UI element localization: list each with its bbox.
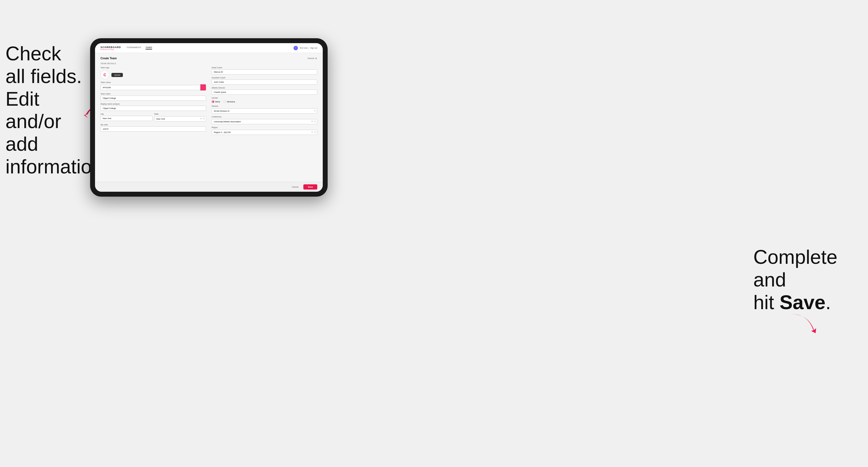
conference-clear-icon[interactable]: ✕ bbox=[311, 120, 313, 123]
conference-label: Conference bbox=[212, 116, 317, 118]
conference-select-wrapper: University Athletic Association ✕ ▾ bbox=[212, 119, 317, 124]
region-group: Region Region II - (M) DIII ✕ ▾ bbox=[212, 126, 317, 135]
gender-womens-option[interactable]: Womens bbox=[223, 100, 235, 103]
region-clear-icon[interactable]: ✕ bbox=[311, 131, 313, 133]
logo-preview: C bbox=[100, 70, 109, 79]
city-label: City bbox=[100, 113, 153, 115]
brand-title: SCOREBOARD bbox=[100, 46, 121, 49]
page-title: Create Team bbox=[100, 57, 117, 60]
team-name-group: Team name bbox=[100, 93, 206, 101]
tablet-screen: SCOREBOARD Powered by clippd TOURNAMENTS… bbox=[95, 43, 323, 192]
zip-input[interactable] bbox=[100, 126, 206, 132]
athletic-director-group: Athletic Director bbox=[212, 87, 317, 95]
athletic-director-input[interactable] bbox=[212, 90, 317, 95]
city-input[interactable] bbox=[100, 116, 153, 121]
annotation-right: Complete and hit Save. bbox=[753, 246, 851, 313]
navbar-right: T Test User | Sign out bbox=[293, 46, 317, 50]
team-logo-group: Team logo C Upload bbox=[100, 67, 206, 79]
region-label: Region bbox=[212, 126, 317, 128]
navbar: SCOREBOARD Powered by clippd TOURNAMENTS… bbox=[95, 43, 323, 53]
state-select-wrapper: New York ✕ ▾ bbox=[154, 116, 207, 122]
user-label: Test User | bbox=[300, 47, 309, 49]
gender-group: Gender Mens Womens bbox=[212, 97, 317, 103]
color-input-row bbox=[100, 84, 206, 91]
team-colour-label: Team colour bbox=[100, 82, 206, 83]
left-column: Team logo C Upload Team colour bbox=[100, 67, 206, 135]
nav-teams[interactable]: TEAMS bbox=[146, 46, 152, 50]
gender-mens-option[interactable]: Mens bbox=[212, 100, 220, 103]
conference-group: Conference University Athletic Associati… bbox=[212, 116, 317, 124]
right-column: Head Coach Assistant Coach Athletic Dire… bbox=[212, 67, 317, 135]
section-label: TEAM DETAILS bbox=[100, 63, 317, 64]
head-coach-group: Head Coach bbox=[212, 67, 317, 74]
division-label: Division bbox=[212, 105, 317, 107]
team-colour-group: Team colour bbox=[100, 82, 206, 91]
arrow-right-icon bbox=[786, 309, 822, 339]
main-content: Create Team Cancel ✕ TEAM DETAILS Team l… bbox=[95, 53, 323, 182]
form-columns: Team logo C Upload Team colour bbox=[100, 67, 317, 135]
gender-radio-row: Mens Womens bbox=[212, 100, 317, 103]
region-select[interactable]: Region II - (M) DIII bbox=[212, 130, 317, 135]
mens-radio-dot bbox=[212, 100, 214, 103]
team-name-label: Team name bbox=[100, 93, 206, 95]
page-title-row: Create Team Cancel ✕ bbox=[100, 57, 317, 60]
color-swatch[interactable] bbox=[200, 84, 206, 91]
division-select[interactable]: NCAA Division III bbox=[212, 108, 317, 114]
nav-tournaments[interactable]: TOURNAMENTS bbox=[126, 46, 141, 50]
display-name-label: Display name (unique) bbox=[100, 103, 206, 105]
logo-upload-row: C Upload bbox=[100, 70, 206, 79]
upload-button[interactable]: Upload bbox=[112, 73, 123, 77]
tablet-frame: SCOREBOARD Powered by clippd TOURNAMENTS… bbox=[90, 38, 328, 197]
gender-label: Gender bbox=[212, 97, 317, 99]
cancel-top[interactable]: Cancel ✕ bbox=[307, 57, 317, 60]
team-colour-input[interactable] bbox=[100, 85, 200, 90]
brand-subtitle: Powered by clippd bbox=[100, 49, 121, 50]
division-select-wrapper: NCAA Division III ▾ bbox=[212, 108, 317, 114]
assistant-coach-label: Assistant Coach bbox=[212, 77, 317, 79]
display-name-input[interactable] bbox=[100, 106, 206, 111]
brand: SCOREBOARD Powered by clippd bbox=[100, 46, 121, 50]
zip-group: Zip code bbox=[100, 124, 206, 132]
zip-label: Zip code bbox=[100, 124, 206, 126]
cancel-button[interactable]: Cancel bbox=[289, 184, 301, 190]
head-coach-label: Head Coach bbox=[212, 67, 317, 68]
form-footer: Cancel Save bbox=[95, 182, 323, 192]
signout-link[interactable]: Sign out bbox=[310, 47, 317, 49]
head-coach-input[interactable] bbox=[212, 69, 317, 74]
user-avatar: T bbox=[293, 46, 298, 50]
state-select[interactable]: New York bbox=[154, 116, 207, 122]
assistant-coach-group: Assistant Coach bbox=[212, 77, 317, 85]
womens-radio-dot bbox=[223, 100, 226, 103]
nav-links: TOURNAMENTS TEAMS bbox=[126, 46, 293, 50]
team-name-input[interactable] bbox=[100, 96, 206, 101]
annotation-left: Check all fields. Edit and/or add inform… bbox=[5, 42, 85, 178]
athletic-director-label: Athletic Director bbox=[212, 87, 317, 89]
display-name-group: Display name (unique) bbox=[100, 103, 206, 111]
region-select-wrapper: Region II - (M) DIII ✕ ▾ bbox=[212, 129, 317, 135]
assistant-coach-input[interactable] bbox=[212, 80, 317, 85]
city-group: City bbox=[100, 113, 153, 122]
state-group: State New York ✕ ▾ bbox=[154, 113, 207, 122]
save-button[interactable]: Save bbox=[303, 184, 317, 190]
division-group: Division NCAA Division III ▾ bbox=[212, 105, 317, 114]
team-logo-label: Team logo bbox=[100, 67, 206, 68]
state-label: State bbox=[154, 113, 207, 115]
state-clear-icon[interactable]: ✕ bbox=[200, 118, 202, 120]
city-state-group: City State New York ✕ ▾ bbox=[100, 113, 206, 122]
conference-select[interactable]: University Athletic Association bbox=[212, 119, 317, 124]
